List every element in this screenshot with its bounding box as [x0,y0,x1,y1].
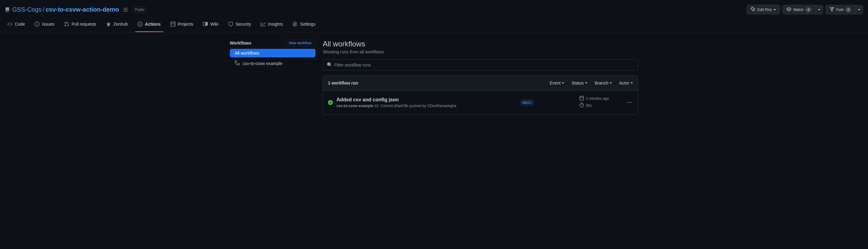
fork-label: Fork [836,8,843,12]
chevron-down-icon [585,82,587,83]
watch-count: 4 [805,7,811,12]
run-title: Added csv and config json [337,97,517,103]
workflows-title: Workflows [230,41,251,45]
run-row[interactable]: Added csv and config json csv-to-csvw ex… [323,91,638,114]
chevron-down-icon [630,82,633,83]
chevron-down-icon [774,9,776,10]
eye-icon [786,7,791,12]
run-time-ago: 2 minutes ago [586,97,609,101]
run-count: 1 workflow run [328,80,358,85]
repo-tabs: Code Issues Pull requests Zenhub Actions… [0,19,868,32]
run-duration: 50s [586,103,592,108]
search-box[interactable] [323,59,638,70]
tab-security[interactable]: Security [226,19,254,32]
tab-pulls[interactable]: Pull requests [62,19,99,32]
search-icon [327,62,332,68]
tab-projects[interactable]: Projects [168,19,196,32]
filter-status[interactable]: Status [571,80,587,85]
workflow-icon [235,61,240,66]
visibility-badge: Public [132,7,147,13]
run-meta: csv-to-csvw example #2: Commit d0a429b p… [337,104,517,108]
repo-link[interactable]: csv-to-csvw-action-demo [45,6,119,13]
breadcrumb: GSS-Cogs / csv-to-csvw-action-demo [12,6,119,13]
repo-menu-button[interactable] [121,5,130,14]
branch-pill[interactable]: main [521,100,534,106]
check-circle-icon [328,100,333,105]
repo-icon [5,7,10,12]
calendar-icon [579,96,584,101]
pin-icon [751,7,755,12]
fork-button-group: Fork 0 [826,5,863,14]
tab-actions[interactable]: Actions [135,19,163,32]
tab-settings[interactable]: Settings [290,19,318,32]
chevron-down-icon [610,82,612,83]
chevron-down-icon [562,82,564,83]
fork-button[interactable]: Fork 0 [826,5,856,14]
chevron-down-icon [858,9,860,10]
watch-button-group: Watch 4 [782,5,823,14]
tab-wiki[interactable]: Wiki [200,19,221,32]
fork-count: 0 [845,7,851,12]
edit-pins-label: Edit Pins [757,8,772,12]
owner-link[interactable]: GSS-Cogs [12,6,41,13]
tab-zenhub[interactable]: Zenhub [103,19,130,32]
tab-issues[interactable]: Issues [32,19,57,32]
sidebar-item-all-workflows[interactable]: All workflows [230,49,315,57]
filter-actor[interactable]: Actor [619,80,633,85]
search-input[interactable] [334,63,634,67]
watch-dropdown[interactable] [815,5,823,14]
sidebar-item-label: csv-to-csvw example [243,61,282,66]
edit-pins-button[interactable]: Edit Pins [747,5,780,14]
sidebar-item-label: All workflows [235,51,259,56]
watch-button[interactable]: Watch 4 [782,5,815,14]
stopwatch-icon [579,103,584,108]
run-menu-button[interactable] [626,99,633,106]
chevron-down-icon [818,9,820,10]
new-workflow-button[interactable]: New workflow [285,40,315,46]
fork-dropdown[interactable] [855,5,863,14]
sidebar-item-workflow[interactable]: csv-to-csvw example [230,59,315,68]
tab-code[interactable]: Code [5,19,27,32]
page-subtitle: Showing runs from all workflows [323,49,638,54]
tab-insights[interactable]: Insights [258,19,285,32]
fork-icon [830,7,834,12]
watch-label: Watch [793,8,804,12]
filter-event[interactable]: Event [550,80,564,85]
page-title: All workflows [323,40,638,48]
filter-branch[interactable]: Branch [595,80,612,85]
